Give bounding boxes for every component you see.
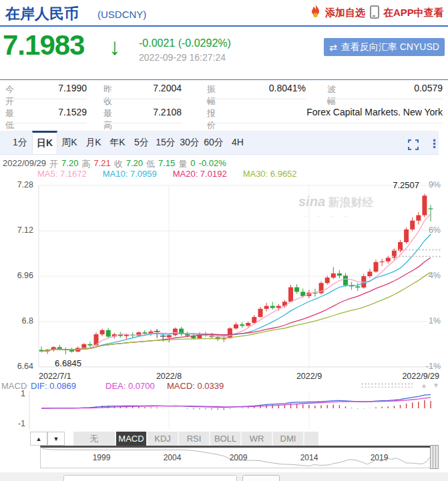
navigator-year-label: 1999: [87, 453, 116, 462]
indicator-tab-DMI[interactable]: DMI: [273, 432, 304, 446]
macd-collapse-down-icon[interactable]: ▼: [433, 382, 439, 389]
stat-label: 今开: [5, 83, 14, 107]
symbol-code: (USDCNY): [97, 9, 146, 20]
navigator-year-label: 2009: [224, 453, 253, 462]
x-axis-label: 2022/8: [149, 372, 189, 381]
stat-value: 0.8041%: [230, 83, 306, 93]
stat-cell-underline: [207, 123, 443, 123]
indicator-up-button[interactable]: ▲: [30, 432, 47, 446]
y-axis-label: 7.12: [0, 225, 33, 235]
stat-label: 报价: [207, 107, 216, 131]
indicator-tabs: 无MACDKDJRSIBOLLWRDMI: [73, 432, 318, 446]
indicator-tab-KDJ[interactable]: KDJ: [148, 432, 179, 446]
bottom-search-button[interactable]: [242, 475, 280, 481]
stat-label: 最高: [103, 107, 112, 131]
reverse-rate-button[interactable]: ⇄ 查看反向汇率 CNYUSD: [324, 38, 445, 56]
x-axis-label: 2022/9: [289, 372, 329, 381]
add-watchlist-button[interactable]: 添加自选: [325, 7, 365, 19]
navigator-year-label: 2014: [294, 453, 324, 462]
macd-chart[interactable]: [0, 390, 448, 431]
flame-icon: [309, 4, 322, 21]
stat-value: 7.1990: [28, 83, 87, 93]
phone-icon: [370, 5, 379, 19]
pct-axis-label: 4%: [409, 271, 441, 280]
kline-tab-年K[interactable]: 年K: [105, 131, 130, 154]
kline-tab-60分[interactable]: 60分: [202, 131, 226, 154]
candlestick-chart[interactable]: [0, 179, 448, 374]
ma30-legend: MA30: 6.9652: [243, 169, 297, 179]
stat-label: 最低: [5, 107, 14, 131]
x-axis-label: 2022/9/29: [395, 372, 439, 381]
stat-value: 0.0579: [350, 83, 443, 93]
bottom-search-input[interactable]: [63, 475, 237, 481]
stat-cell-underline: [5, 123, 87, 123]
kline-period-tabs: 1分日K周K月K年K5分15分30分60分4H: [0, 131, 439, 155]
macd-y-axis-label: 1: [0, 389, 25, 398]
current-price: 7.1983: [3, 29, 84, 61]
reverse-rate-label: 查看反向汇率 CNYUSD: [341, 41, 439, 53]
stat-value: 7.2004: [126, 83, 182, 93]
stat-value: 7.1529: [28, 107, 87, 117]
indicator-tab-MACD[interactable]: MACD: [116, 432, 148, 446]
open-in-app-button[interactable]: 在APP中查看: [383, 7, 444, 19]
kline-tab-5分[interactable]: 5分: [130, 131, 154, 154]
stat-label: 振幅: [207, 83, 216, 107]
macd-y-axis-label: -1: [0, 419, 25, 428]
y-axis-label: 7.28: [0, 180, 33, 189]
stat-cell-underline: [207, 99, 306, 99]
navigator-year-label: 2019: [365, 453, 394, 462]
more-menu-icon[interactable]: ⋮: [429, 137, 440, 151]
stat-value: Forex Capital Markets. New York: [230, 107, 443, 117]
navigator-year-label: 2004: [158, 453, 187, 462]
stat-value: 7.2108: [126, 107, 182, 117]
macd-grip-dots[interactable]: [361, 382, 413, 388]
kline-tab-30分[interactable]: 30分: [178, 131, 202, 154]
ma10-legend: MA10: 7.0959: [103, 169, 157, 179]
ma20-legend: MA20: 7.0192: [173, 169, 227, 179]
fullscreen-icon[interactable]: [408, 139, 419, 153]
usdcny-quote-page: 在岸人民币 (USDCNY) 添加自选 在APP中查看 7.1983 ↓ -0.…: [0, 0, 448, 481]
pane-grip-dots[interactable]: [391, 255, 441, 258]
indicator-tab-无[interactable]: 无: [73, 432, 116, 446]
swap-icon: ⇄: [329, 42, 337, 53]
header-divider: [0, 25, 448, 27]
stat-label: 昨收: [103, 83, 112, 107]
quote-timestamp: 2022-09-29 16:27:24: [139, 52, 226, 63]
y-axis-label: 6.8: [0, 316, 33, 326]
indicator-tab-BOLL[interactable]: BOLL: [210, 432, 242, 446]
indicator-down-button[interactable]: ▼: [47, 432, 65, 446]
stat-cell-underline: [103, 123, 182, 123]
kline-tab-4H[interactable]: 4H: [226, 131, 250, 154]
kline-tab-月K[interactable]: 月K: [81, 131, 105, 154]
kline-tab-周K[interactable]: 周K: [57, 131, 81, 154]
pane-grip-dots[interactable]: [391, 248, 441, 252]
kline-tab-日K[interactable]: 日K: [32, 131, 57, 154]
kline-tab-15分[interactable]: 15分: [154, 131, 178, 154]
stat-cell-underline: [103, 99, 182, 99]
low-price-label: 6.6845: [47, 358, 89, 368]
pct-axis-label: -1%: [409, 362, 441, 371]
ma-legend-row: MA5: 7.1672MA10: 7.0959MA20: 7.0192MA30:…: [37, 169, 297, 179]
navigator-drag-handle[interactable]: [430, 445, 439, 469]
pct-axis-label: 6%: [409, 225, 441, 235]
kline-tab-1分[interactable]: 1分: [8, 131, 32, 154]
pct-axis-label: 1%: [409, 316, 441, 326]
indicator-tab-RSI[interactable]: RSI: [179, 432, 210, 446]
stat-cell-underline: [327, 99, 443, 99]
x-axis-label: 2022/7/1: [39, 372, 80, 381]
macd-collapse-up-icon[interactable]: ▲: [421, 382, 427, 389]
stat-label: 波幅: [327, 83, 336, 107]
stat-cell-underline: [5, 99, 87, 99]
high-price-label: 7.2507: [374, 180, 419, 190]
ma5-legend: MA5: 7.1672: [37, 169, 87, 179]
y-axis-label: 6.96: [0, 271, 33, 280]
price-down-arrow-icon: ↓: [109, 33, 121, 60]
indicator-tab-WR[interactable]: WR: [242, 432, 273, 446]
price-change: -0.0021 (-0.0292%): [139, 37, 231, 49]
page-title: 在岸人民币: [5, 4, 79, 24]
y-axis-label: 6.64: [0, 362, 33, 371]
stats-top-divider: [0, 79, 448, 80]
